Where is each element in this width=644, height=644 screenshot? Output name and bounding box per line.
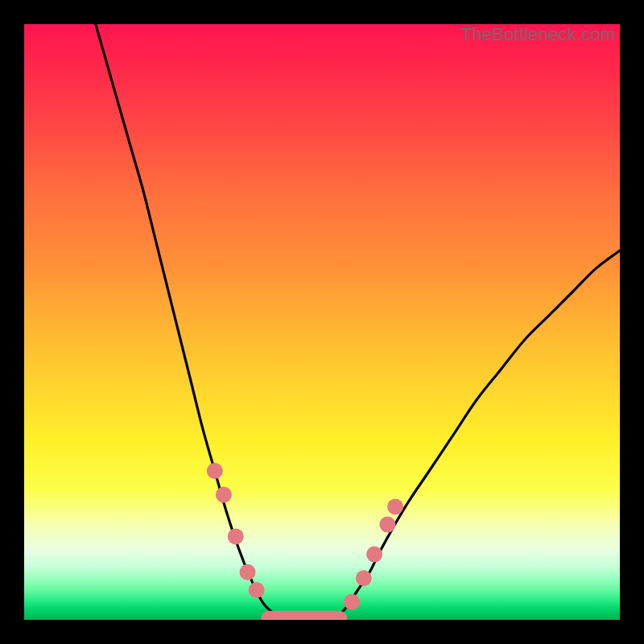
watermark-text: TheBottleneck.com (460, 24, 615, 45)
outer-frame: TheBottleneck.com (0, 0, 644, 644)
plot-area: TheBottleneck.com (24, 24, 620, 620)
gradient-background (24, 24, 620, 620)
